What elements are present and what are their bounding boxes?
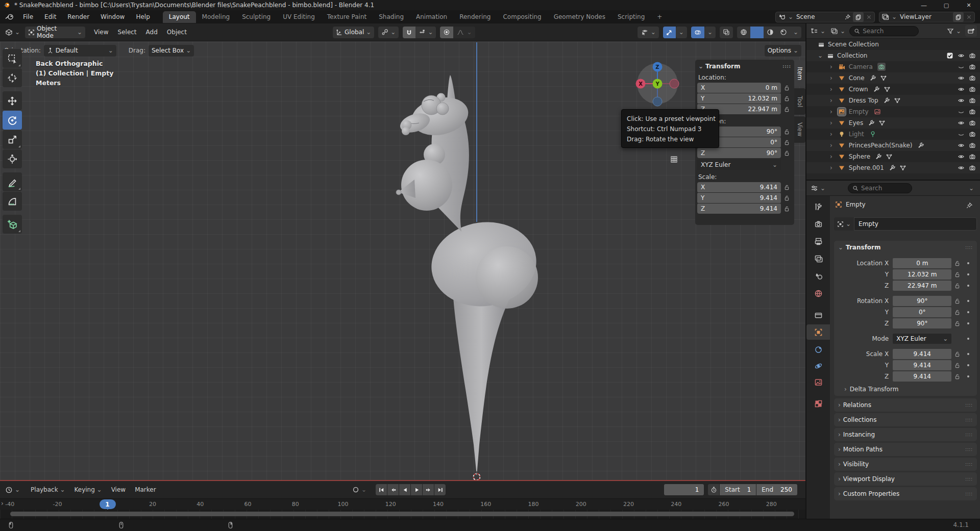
- tool-box-select[interactable]: [3, 49, 22, 68]
- timeline-menu-view[interactable]: View: [107, 484, 130, 495]
- panel-header[interactable]: ›Motion Paths::::: [834, 443, 977, 456]
- properties-tab-view-layer[interactable]: [806, 251, 830, 266]
- current-frame-indicator[interactable]: 1: [100, 499, 116, 509]
- outliner-filter-id-dropdown[interactable]: ⌄: [829, 25, 846, 37]
- lock-toggle[interactable]: [951, 269, 963, 280]
- properties-tab-physics[interactable]: [806, 358, 830, 373]
- drag-dropdown[interactable]: Select Box ⌄: [149, 45, 194, 57]
- viewlayer-name[interactable]: ViewLayer: [897, 13, 953, 20]
- property-field[interactable]: 0°: [893, 307, 951, 317]
- panel-header[interactable]: ›Relations::::: [834, 398, 977, 412]
- animate-dot[interactable]: [963, 334, 974, 344]
- timeline-menu-playback[interactable]: Playback ⌄: [26, 484, 69, 495]
- workspace-tab-sculpting[interactable]: Sculpting: [236, 11, 277, 23]
- outliner-row[interactable]: ›Crown: [806, 84, 980, 95]
- tool-add-cube[interactable]: [3, 215, 22, 234]
- chevron-right-icon[interactable]: ›: [830, 153, 832, 160]
- outliner-row[interactable]: ›PrincesPeach(Snake): [806, 140, 980, 151]
- animate-dot[interactable]: [963, 296, 974, 306]
- lock-toggle[interactable]: [951, 318, 963, 328]
- animate-dot[interactable]: [963, 349, 974, 359]
- tool-move[interactable]: [3, 91, 22, 110]
- gizmo-z-ball[interactable]: Z: [653, 62, 663, 72]
- lock-toggle[interactable]: [781, 193, 792, 203]
- viewport-menu-object[interactable]: Object: [162, 27, 191, 38]
- maximize-button[interactable]: ▢: [935, 0, 958, 10]
- lock-toggle[interactable]: [781, 104, 792, 114]
- remove-viewlayer-icon[interactable]: [964, 14, 974, 20]
- viewport-canvas[interactable]: Orientation: Default ⌄ Drag: Select Box …: [0, 42, 805, 503]
- property-field[interactable]: 0 m: [893, 258, 951, 268]
- lock-toggle[interactable]: [781, 83, 792, 93]
- object-id-dropdown[interactable]: ⌄: [834, 217, 854, 231]
- tool-annotate[interactable]: [3, 172, 22, 191]
- properties-editor-dropdown[interactable]: ⌄: [810, 182, 826, 194]
- panel-collections[interactable]: ›Collections::::: [834, 413, 977, 426]
- blender-menu-icon[interactable]: [5, 13, 14, 20]
- perspective-ortho-toggle[interactable]: [667, 153, 680, 166]
- outliner-row[interactable]: Scene Collection: [806, 39, 980, 50]
- chevron-right-icon[interactable]: ›: [830, 164, 832, 171]
- workspace-tab-shading[interactable]: Shading: [373, 11, 410, 23]
- animate-dot[interactable]: [963, 269, 974, 280]
- gizmo-negz-ball[interactable]: [653, 97, 663, 107]
- transform-panel-header[interactable]: ⌄ Transform ::::: [834, 241, 977, 254]
- transport-jump-end-button[interactable]: [434, 484, 446, 495]
- drag-handle-icon[interactable]: ::::: [965, 418, 973, 422]
- field-x[interactable]: X0 m: [697, 83, 781, 93]
- transport-play-button[interactable]: [411, 484, 422, 495]
- tool-scale[interactable]: [3, 130, 22, 149]
- lock-toggle[interactable]: [951, 334, 963, 344]
- drag-handle-icon[interactable]: ::::: [965, 245, 973, 250]
- workspace-tab-animation[interactable]: Animation: [410, 11, 453, 23]
- chevron-right-icon[interactable]: ›: [830, 131, 832, 138]
- shading-material-button[interactable]: [764, 27, 777, 38]
- chevron-right-icon[interactable]: ›: [830, 63, 832, 70]
- lock-toggle[interactable]: [951, 371, 963, 382]
- tool-cursor[interactable]: [3, 68, 22, 87]
- panel-instancing[interactable]: ›Instancing::::: [834, 428, 977, 441]
- options-button[interactable]: Options ⌄: [765, 45, 801, 57]
- editor-type-button[interactable]: ⌄: [2, 27, 23, 38]
- end-frame-field[interactable]: End 250: [756, 484, 797, 495]
- panel-viewport-display[interactable]: ›Viewport Display::::: [834, 472, 977, 486]
- lock-toggle[interactable]: [781, 182, 792, 192]
- panel-header[interactable]: ›Instancing::::: [834, 428, 977, 441]
- animate-dot[interactable]: [963, 258, 974, 268]
- lock-toggle[interactable]: [951, 360, 963, 370]
- properties-search[interactable]: Search: [848, 183, 912, 193]
- transport-prev-keyframe-button[interactable]: [387, 484, 399, 495]
- panel-visibility[interactable]: ›Visibility::::: [834, 458, 977, 471]
- panel-header[interactable]: ›Collections::::: [834, 413, 977, 426]
- lock-toggle[interactable]: [781, 148, 792, 158]
- animate-dot[interactable]: [963, 371, 974, 382]
- transport-play-reverse-button[interactable]: [399, 484, 410, 495]
- chevron-right-icon[interactable]: ›: [830, 74, 832, 82]
- model-snake-peach[interactable]: [378, 59, 602, 483]
- workspace-tab-texture-paint[interactable]: Texture Paint: [321, 11, 373, 23]
- properties-tab-render[interactable]: [806, 216, 830, 232]
- outliner-row[interactable]: ›Cone: [806, 72, 980, 84]
- timeline-menu-keying[interactable]: Keying ⌄: [69, 484, 106, 495]
- field-y[interactable]: Y12.032 m: [697, 93, 781, 104]
- animate-dot[interactable]: [963, 360, 974, 370]
- outliner-row[interactable]: ›Eyes: [806, 117, 980, 129]
- workspace-tab-modeling[interactable]: Modeling: [196, 11, 236, 23]
- scene-name[interactable]: Scene: [793, 13, 842, 20]
- property-field[interactable]: 90°: [893, 318, 951, 328]
- drag-handle-icon[interactable]: ::::: [782, 64, 791, 69]
- field-z[interactable]: Z9.414: [697, 204, 781, 214]
- sidebar-tab-view[interactable]: View: [794, 116, 805, 143]
- properties-tab-texture[interactable]: [806, 396, 830, 411]
- mode-dropdown[interactable]: XYZ Euler⌄: [893, 334, 951, 344]
- mode-dropdown[interactable]: Object Mode ⌄: [25, 27, 85, 38]
- menu-edit[interactable]: Edit: [39, 11, 62, 22]
- outliner-row[interactable]: ›Sphere: [806, 151, 980, 162]
- workspace-tab-layout[interactable]: Layout: [163, 11, 196, 23]
- menu-render[interactable]: Render: [62, 11, 95, 22]
- chevron-right-icon[interactable]: ›: [830, 86, 832, 93]
- delta-transform-subpanel[interactable]: › Delta Transform: [844, 386, 898, 393]
- timeline-scrollbar[interactable]: [10, 512, 794, 516]
- pin-icon[interactable]: [966, 202, 973, 209]
- properties-tab-object-data[interactable]: [806, 374, 830, 390]
